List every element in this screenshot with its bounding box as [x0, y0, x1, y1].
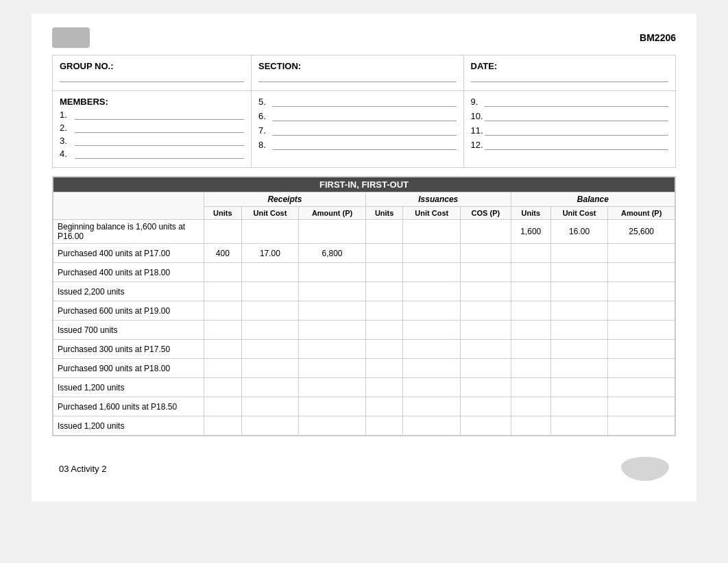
- member-8: 8.: [258, 140, 457, 150]
- row-b-units: [511, 282, 550, 301]
- row-r-units: [204, 378, 242, 397]
- row-i-unit-cost: [403, 397, 461, 416]
- row-i-units: [365, 340, 403, 359]
- balance-header: Balance: [511, 192, 675, 207]
- footer: 03 Activity 2: [52, 457, 676, 481]
- member-11: 11.: [471, 125, 669, 136]
- header: BM2206: [52, 27, 676, 48]
- member-1: 1.: [60, 110, 244, 120]
- row-b-units: 1,600: [511, 220, 550, 244]
- issuances-header: Issuances: [365, 192, 511, 207]
- row-i-units: [365, 359, 403, 378]
- table-row: Purchased 1,600 units at P18.50: [53, 397, 675, 416]
- row-r-amount: [299, 359, 366, 378]
- logo: [52, 27, 90, 48]
- form-section: GROUP NO.: SECTION: DATE: MEMBERS: 1.: [52, 55, 676, 168]
- row-desc: Beginning balance is 1,600 units at P16.…: [53, 220, 204, 244]
- member-6: 6.: [258, 111, 457, 121]
- table-row: Issued 1,200 units: [53, 416, 675, 436]
- row-r-unit-cost: [241, 340, 299, 359]
- row-r-amount: [299, 220, 366, 244]
- row-r-unit-cost: [241, 321, 299, 340]
- row-i-unit-cost: [403, 378, 461, 397]
- receipts-amount-header: Amount (P): [299, 207, 366, 220]
- row-i-unit-cost: [403, 416, 461, 436]
- row-r-unit-cost: [241, 378, 299, 397]
- row-i-unit-cost: [403, 321, 461, 340]
- row-i-cos: [461, 397, 511, 416]
- row-i-unit-cost: [403, 263, 461, 282]
- row-desc: Issued 1,200 units: [53, 378, 204, 397]
- fifo-table: FIRST-IN, FIRST-OUT Receipts Issuances B…: [53, 177, 675, 436]
- row-desc: Purchased 400 units at P18.00: [53, 263, 204, 282]
- row-r-amount: [299, 282, 366, 301]
- row-r-amount: [299, 378, 366, 397]
- member-9: 9.: [471, 97, 669, 107]
- row-b-amount: [608, 340, 675, 359]
- doc-number: BM2206: [640, 32, 676, 43]
- member-2: 2.: [60, 123, 244, 133]
- balance-units-header: Units: [511, 207, 550, 220]
- row-r-unit-cost: [241, 282, 299, 301]
- row-i-cos: [461, 321, 511, 340]
- row-i-units: [365, 220, 403, 244]
- issuances-unit-cost-header: Unit Cost: [403, 207, 461, 220]
- row-desc: Issued 1,200 units: [53, 416, 204, 436]
- row-i-cos: [461, 263, 511, 282]
- group-no-label: GROUP NO.:: [60, 61, 114, 71]
- member-4: 4.: [60, 149, 244, 159]
- member-12: 12.: [471, 140, 669, 150]
- row-b-amount: [608, 263, 675, 282]
- row-r-amount: [299, 321, 366, 340]
- desc-header: [53, 192, 204, 220]
- row-i-units: [365, 378, 403, 397]
- table-row: Issued 700 units: [53, 321, 675, 340]
- row-b-units: [511, 378, 550, 397]
- row-i-units: [365, 244, 403, 263]
- row-r-units: [204, 282, 242, 301]
- row-b-units: [511, 321, 550, 340]
- row-i-unit-cost: [403, 244, 461, 263]
- table-row: Purchased 600 units at P19.00: [53, 301, 675, 321]
- table-row: Issued 2,200 units: [53, 282, 675, 301]
- row-r-amount: 6,800: [299, 244, 366, 263]
- row-b-unit-cost: [550, 321, 608, 340]
- row-desc: Issued 700 units: [53, 321, 204, 340]
- member-7: 7.: [258, 125, 457, 136]
- row-r-unit-cost: [241, 359, 299, 378]
- row-desc: Purchased 400 units at P17.00: [53, 244, 204, 263]
- row-i-units: [365, 301, 403, 321]
- row-b-unit-cost: [550, 244, 608, 263]
- table-row: Purchased 300 units at P17.50: [53, 340, 675, 359]
- row-i-units: [365, 416, 403, 436]
- members-block-middle: 5. 6. 7. 8.: [252, 91, 464, 167]
- row-b-units: [511, 244, 550, 263]
- row-b-amount: [608, 378, 675, 397]
- balance-amount-header: Amount (P): [608, 207, 675, 220]
- table-row: Purchased 400 units at P17.0040017.006,8…: [53, 244, 675, 263]
- receipts-unit-cost-header: Unit Cost: [241, 207, 299, 220]
- row-r-amount: [299, 397, 366, 416]
- row-i-cos: [461, 340, 511, 359]
- row-i-unit-cost: [403, 301, 461, 321]
- row-r-unit-cost: [241, 220, 299, 244]
- row-b-amount: [608, 301, 675, 321]
- row-r-amount: [299, 416, 366, 436]
- row-b-amount: [608, 244, 675, 263]
- row-i-unit-cost: [403, 220, 461, 244]
- issuances-cos-header: COS (P): [461, 207, 511, 220]
- row-i-cos: [461, 220, 511, 244]
- row-i-units: [365, 397, 403, 416]
- row-b-amount: [608, 416, 675, 436]
- row-b-unit-cost: [550, 301, 608, 321]
- row-r-amount: [299, 340, 366, 359]
- row-i-cos: [461, 282, 511, 301]
- table-row: Issued 1,200 units: [53, 378, 675, 397]
- row-b-units: [511, 359, 550, 378]
- row-b-units: [511, 340, 550, 359]
- row-i-cos: [461, 359, 511, 378]
- row-desc: Issued 2,200 units: [53, 282, 204, 301]
- row-desc: Purchased 300 units at P17.50: [53, 340, 204, 359]
- footer-logo: [621, 457, 669, 481]
- row-r-unit-cost: [241, 416, 299, 436]
